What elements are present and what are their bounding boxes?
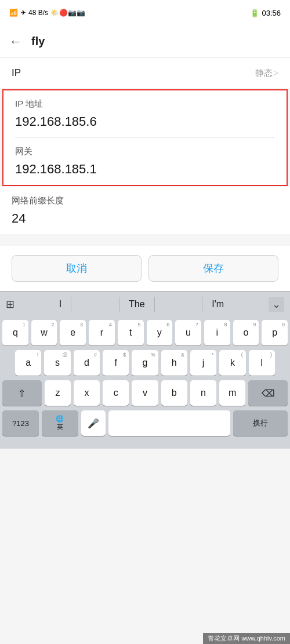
language-key[interactable]: 🌐 英 [42, 410, 78, 436]
ip-static-selector[interactable]: 静态 > [255, 68, 278, 79]
page-title: fly [31, 35, 45, 48]
status-bar: 📶 ✈ 48 B/s 🌤️🔴📷📷 🔋 03:56 [0, 0, 290, 26]
keyboard-grid-button[interactable]: ⊞ [6, 298, 14, 311]
key-j[interactable]: *j [190, 350, 216, 376]
battery-icon: 🔋 [250, 9, 259, 17]
content-area: IP 静态 > IP 地址 192.168.185.6 网关 192.168.1… [0, 58, 290, 291]
signal-icon: ✈ [20, 9, 26, 17]
key-v[interactable]: v [132, 380, 158, 406]
key-q[interactable]: 1q [2, 320, 28, 345]
action-buttons: 取消 保存 [0, 246, 290, 291]
key-l[interactable]: )l [249, 350, 275, 376]
prefix-value[interactable]: 24 [12, 211, 278, 234]
keyboard-row-3: ⇧ z x c v b n m ⌫ [2, 380, 288, 406]
key-u[interactable]: 7u [175, 320, 201, 345]
keyboard-bottom-row: ?123 🌐 英 🎤 换行 [2, 410, 288, 442]
grid-icon: ⊞ [6, 298, 14, 311]
delete-key[interactable]: ⌫ [248, 380, 288, 406]
watermark: 青花安卓网 www.qhhlv.com [203, 633, 290, 644]
wifi-icon: 📶 [9, 9, 18, 17]
return-key[interactable]: 换行 [233, 410, 288, 436]
shift-key[interactable]: ⇧ [2, 380, 42, 406]
chevron-right-icon: > [274, 68, 278, 78]
key-y[interactable]: 6y [147, 320, 173, 345]
save-button[interactable]: 保存 [148, 255, 278, 282]
ip-row[interactable]: IP 静态 > [0, 58, 290, 88]
mic-key[interactable]: 🎤 [81, 410, 106, 436]
key-d[interactable]: #d [74, 350, 100, 376]
keyboard: 1q 2w 3e 4r 5t 6y 7u 8i 9o 0p !a @s #d $… [0, 316, 290, 449]
status-left: 📶 ✈ 48 B/s 🌤️🔴📷📷 [9, 9, 85, 17]
key-h[interactable]: &h [161, 350, 187, 376]
ip-label: IP [12, 67, 21, 79]
network-speed: 48 B/s [28, 9, 48, 17]
suggestion-words: I The I'm [14, 297, 269, 312]
clock: 03:56 [262, 9, 281, 17]
cancel-button[interactable]: 取消 [12, 255, 142, 282]
suggest-word-Im[interactable]: I'm [202, 297, 233, 312]
gateway-value[interactable]: 192.168.185.1 [15, 162, 275, 177]
key-n[interactable]: n [190, 380, 216, 406]
ip-address-label: IP 地址 [15, 99, 275, 110]
key-k[interactable]: (k [219, 350, 245, 376]
key-g[interactable]: %g [132, 350, 158, 376]
key-a[interactable]: !a [15, 350, 41, 376]
suggest-word-The[interactable]: The [119, 297, 155, 312]
ip-address-field: IP 地址 192.168.185.6 [3, 90, 287, 138]
space-key[interactable] [108, 410, 230, 436]
key-e[interactable]: 3e [60, 320, 86, 345]
back-button[interactable]: ← [9, 34, 22, 49]
key-w[interactable]: 2w [31, 320, 57, 345]
key-f[interactable]: $f [103, 350, 129, 376]
red-bordered-section: IP 地址 192.168.185.6 网关 192.168.185.1 [2, 89, 288, 186]
static-label: 静态 [255, 68, 273, 79]
key-s[interactable]: @s [44, 350, 70, 376]
weather-icons: 🌤️🔴📷📷 [50, 9, 85, 17]
keyboard-row-1: 1q 2w 3e 4r 5t 6y 7u 8i 9o 0p [2, 320, 288, 345]
key-t[interactable]: 5t [118, 320, 144, 345]
suggest-word-I[interactable]: I [50, 297, 71, 312]
key-r[interactable]: 4r [89, 320, 115, 345]
globe-icon: 🌐 [56, 415, 64, 423]
key-i[interactable]: 8i [204, 320, 230, 345]
ip-address-value[interactable]: 192.168.185.6 [15, 114, 275, 138]
chevron-down-icon: ⌄ [272, 299, 281, 310]
numbers-key[interactable]: ?123 [2, 410, 39, 436]
prefix-section: 网络前缀长度 24 [0, 187, 290, 234]
key-m[interactable]: m [219, 380, 245, 406]
key-p[interactable]: 0p [262, 320, 288, 345]
key-x[interactable]: x [74, 380, 100, 406]
key-b[interactable]: b [161, 380, 187, 406]
key-c[interactable]: c [103, 380, 129, 406]
gateway-label: 网关 [15, 146, 275, 157]
status-right: 🔋 03:56 [250, 9, 281, 17]
keyboard-row-2: !a @s #d $f %g &h *j (k )l [2, 350, 288, 376]
keyboard-dismiss-button[interactable]: ⌄ [269, 297, 284, 312]
prefix-label: 网络前缀长度 [12, 195, 278, 206]
gateway-field: 网关 192.168.185.1 [3, 138, 287, 185]
header: ← fly [0, 26, 290, 58]
key-z[interactable]: z [45, 380, 71, 406]
key-o[interactable]: 9o [233, 320, 259, 345]
keyboard-suggestion-bar: ⊞ I The I'm ⌄ [0, 291, 290, 316]
